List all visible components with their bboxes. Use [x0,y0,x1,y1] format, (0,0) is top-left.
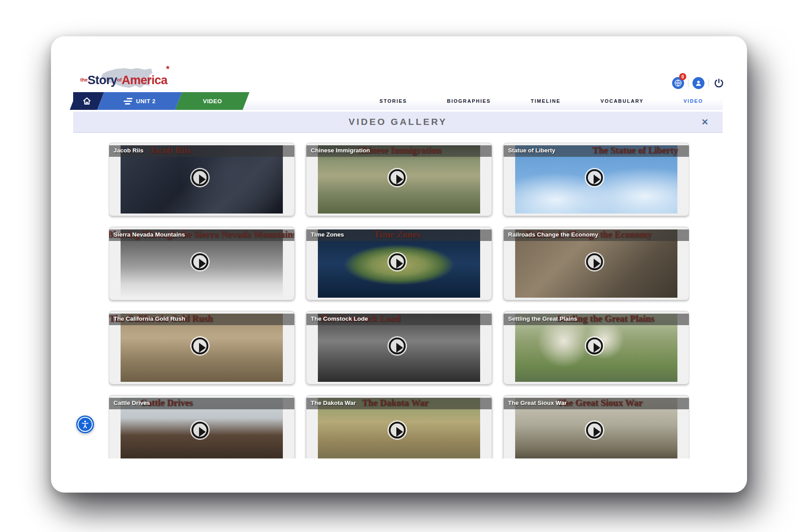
video-card[interactable]: Jacob RiisJacob Riis [109,143,295,216]
video-card[interactable]: The California Gold RushThe California G… [109,311,295,384]
video-card[interactable]: Time ZonesTime Zones [306,227,492,300]
close-icon[interactable]: ✕ [699,112,711,132]
video-card[interactable]: Cattle DrivesCattle Drives [109,395,295,458]
video-card[interactable]: Chinese ImmigrationChinese Immigration [306,143,492,216]
home-icon [82,96,92,106]
play-button-icon[interactable] [586,422,603,439]
video-grid[interactable]: Jacob RiisJacob RiisChinese ImmigrationC… [109,143,689,458]
video-label: The Comstock Lode [311,315,368,322]
play-button-icon[interactable] [389,253,406,270]
brand-star-icon: ★ [165,65,169,70]
icon-separator [708,79,709,87]
video-label: Chinese Immigration [311,147,370,154]
accessibility-widget-icon[interactable] [76,416,94,433]
video-card[interactable]: The Comstock LoadThe Comstock Lode [306,311,492,384]
video-card[interactable]: Settling the Great PlainsSettling the Gr… [503,311,689,384]
nav-link-stories[interactable]: STORIES [379,98,407,104]
video-label: Settling the Great Plains [508,315,577,322]
brand-story: Story [88,74,117,87]
video-label: Cattle Drives [113,400,150,406]
video-card[interactable]: The Statue of LibertyStatue of Liberty [503,143,689,216]
unit-menu-icon [124,98,133,105]
nav-link-vocabulary[interactable]: VOCABULARY [601,98,644,104]
brand-america: America★ [121,74,167,87]
play-button-icon[interactable] [192,338,208,354]
play-button-icon[interactable] [192,253,208,270]
video-tab-label: VIDEO [203,98,222,105]
play-button-icon[interactable] [586,169,603,186]
breadcrumb-tabs: UNIT 2 VIDEO [73,92,246,110]
brand-logo[interactable]: theStoryofAmerica★ [80,68,160,93]
video-label: Statue of Liberty [508,147,555,154]
app-window: theStoryofAmerica★ 0 [51,36,747,493]
unit-tab[interactable]: UNIT 2 [97,92,182,110]
power-logout-icon[interactable] [713,77,725,89]
notification-badge: 0 [679,73,686,80]
play-button-icon[interactable] [192,422,208,439]
nav-link-timeline[interactable]: TIMELINE [531,98,560,104]
video-section-tab[interactable]: VIDEO [175,92,249,110]
play-button-icon[interactable] [389,338,406,354]
play-button-icon[interactable] [389,169,406,186]
video-label: Jacob Riis [113,147,144,154]
video-label: Time Zones [311,231,344,238]
nav-link-video[interactable]: VIDEO [684,98,703,104]
play-button-icon[interactable] [389,422,406,439]
gallery-header-bar: VIDEO GALLERY ✕ [73,112,723,133]
video-label: The Great Sioux War [508,400,567,406]
play-button-icon[interactable] [586,253,603,270]
video-label: The California Gold Rush [113,315,185,322]
icon-separator [688,79,688,87]
play-button-icon[interactable] [192,169,208,186]
language-globe-icon[interactable]: 0 [672,77,684,89]
nav-link-biographies[interactable]: BIOGRAPHIES [447,98,491,104]
profile-avatar-icon[interactable] [692,77,704,89]
video-label: The Dakota War [311,400,356,406]
nav-links: STORIES BIOGRAPHIES TIMELINE VOCABULARY … [379,92,723,110]
video-card[interactable]: Blasting Through the Sierra Nevada Mount… [109,227,295,300]
play-button-icon[interactable] [586,338,603,354]
video-label: Railroads Change the Economy [508,231,598,238]
brand-of: of [117,77,121,82]
header-icon-row: 0 [672,77,725,89]
brand-text: theStoryofAmerica★ [80,74,168,87]
video-label: Sierra Nevada Mountains [113,231,185,238]
brand-the: the [80,77,88,82]
page-title: VIDEO GALLERY [348,116,447,127]
unit-tab-label: UNIT 2 [136,98,156,105]
video-card[interactable]: Railroads Change the EconomyRailroads Ch… [503,227,689,300]
video-card[interactable]: The Dakota WarThe Dakota War [306,395,492,458]
video-card[interactable]: The Great Sioux WarThe Great Sioux War [503,395,689,458]
main-navbar: UNIT 2 VIDEO STORIES BIOGRAPHIES TIMELIN… [73,92,723,110]
